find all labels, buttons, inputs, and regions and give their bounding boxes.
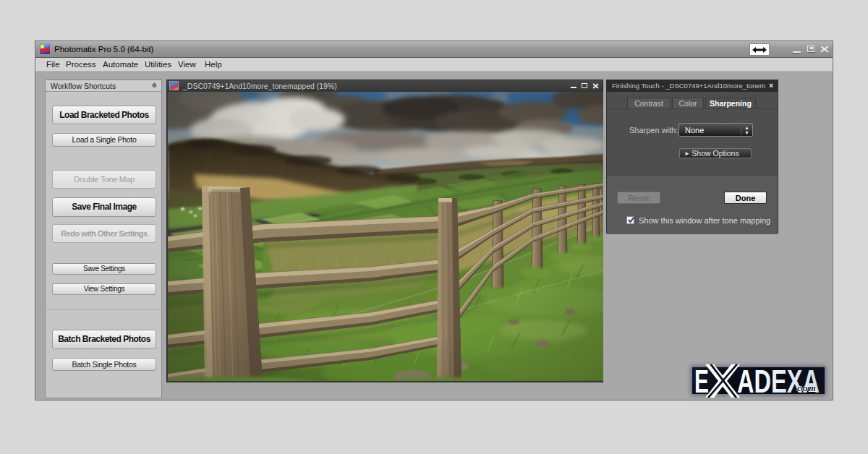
svg-text:com: com (797, 382, 817, 393)
svg-text:E: E (694, 363, 709, 400)
svg-text:ADEXA: ADEXA (737, 363, 820, 400)
